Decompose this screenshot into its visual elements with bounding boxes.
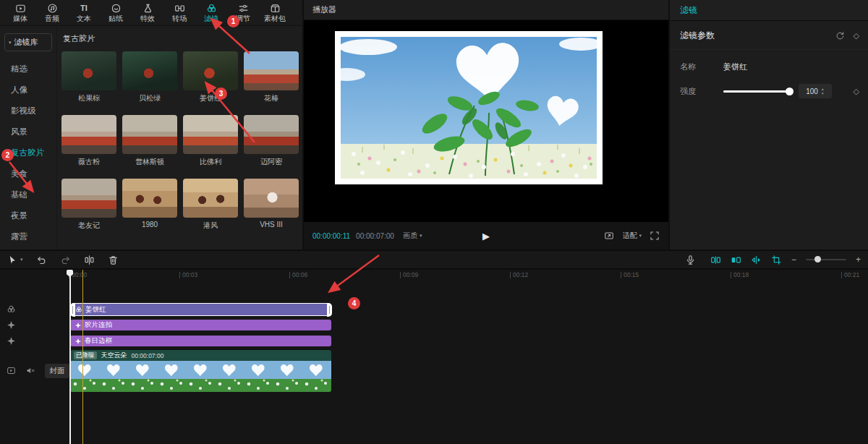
reverse-icon[interactable] <box>731 255 741 265</box>
sidebar-item-food[interactable]: 美食 <box>0 163 56 184</box>
filter-name: 老友记 <box>61 221 116 231</box>
adjust-icon <box>238 3 249 14</box>
filter-thumbnail <box>61 51 116 90</box>
filter-name-row: 名称 姜饼红 <box>670 61 868 72</box>
filter-thumbnail <box>244 179 299 218</box>
filter-card-gingerbread-red[interactable]: 姜饼红 <box>183 51 238 103</box>
filter-thumbnail <box>122 115 177 154</box>
keyframe-icon[interactable]: ◇ <box>854 31 859 40</box>
annotation-badge-1: 1 <box>227 15 239 27</box>
toolbar-effects[interactable]: 特效 <box>132 1 163 25</box>
effect-track-icon[interactable] <box>7 336 16 346</box>
filter-thumbnail <box>122 179 177 218</box>
clip-left-handle[interactable] <box>70 303 75 317</box>
sidebar-item-basic[interactable]: 基础 <box>0 184 56 205</box>
cover-button[interactable]: 封面 <box>45 364 69 378</box>
ratio-icon[interactable] <box>604 231 614 241</box>
fit-label: 适配 <box>622 231 637 241</box>
video-track-icon[interactable] <box>7 366 16 375</box>
annotation-badge-4: 4 <box>348 297 360 309</box>
filter-card[interactable]: VHS III <box>244 179 299 231</box>
filter-card[interactable]: 老友记 <box>61 179 116 231</box>
toolbar-media[interactable]: 媒体 <box>4 1 36 25</box>
filter-thumbnail <box>61 115 116 154</box>
timeline-zoom-slider[interactable] <box>806 259 846 260</box>
mute-icon[interactable] <box>26 366 35 375</box>
media-icon <box>15 3 26 14</box>
sidebar-item-camping[interactable]: 露营 <box>0 226 56 247</box>
effect-clip-film-burst[interactable]: 胶片连拍 <box>70 320 331 330</box>
reset-icon[interactable] <box>835 31 845 40</box>
redo-icon[interactable] <box>60 255 71 265</box>
crop-icon[interactable] <box>771 255 782 265</box>
timeline[interactable]: 00:00 00:03 00:06 00:09 00:12 00:15 00:1… <box>0 270 868 444</box>
effect-clip-spring-frame[interactable]: 春日边框 <box>70 336 331 346</box>
toolbar-audio[interactable]: 音频 <box>36 1 68 25</box>
filter-card[interactable]: 普林斯顿 <box>122 115 177 167</box>
filter-card[interactable]: 1980 <box>122 179 177 231</box>
sidebar-item-featured[interactable]: 精选 <box>0 59 56 80</box>
filter-name: 港风 <box>183 221 238 231</box>
filter-card[interactable]: 贝松绿 <box>122 51 177 103</box>
timeline-toolbar: ▾ − + <box>0 250 868 269</box>
ruler-mark: 00:21 <box>841 272 859 278</box>
filter-thumbnail <box>244 51 299 90</box>
sidebar-item-portrait[interactable]: 人像 <box>0 80 56 101</box>
asset-panel: 媒体 音频 TI 文本 贴纸 特效 转场 滤镜 调节 <box>0 0 302 249</box>
strength-value-box[interactable]: 100 ▲ ▼ <box>799 84 832 98</box>
microphone-icon[interactable] <box>685 255 696 265</box>
toolbar-sticker[interactable]: 贴纸 <box>100 1 132 25</box>
sky-hearts-image <box>341 37 597 179</box>
sidebar-item-indoor[interactable]: 室内 <box>0 247 56 249</box>
toolbar-filter[interactable]: 滤镜 <box>195 1 227 25</box>
clip-right-handle[interactable] <box>327 303 332 317</box>
sidebar-item-landscape[interactable]: 风景 <box>0 121 56 142</box>
delete-icon[interactable] <box>108 255 119 265</box>
text-icon: TI <box>80 3 88 14</box>
play-button[interactable]: ▶ <box>482 231 490 242</box>
keyframe-icon[interactable]: ◇ <box>854 87 859 96</box>
strength-slider[interactable] <box>723 90 790 93</box>
filter-card[interactable]: 港风 <box>183 179 238 231</box>
video-clip-thumbnails <box>70 361 331 392</box>
video-clip-sky-clouds[interactable]: 已降噪 天空云朵 00:00:07:00 <box>70 350 331 392</box>
zoom-out-icon[interactable]: − <box>791 255 796 265</box>
freeze-frame-icon[interactable] <box>710 255 721 265</box>
sidebar-item-cinematic[interactable]: 影视级 <box>0 101 56 121</box>
tab-filter[interactable]: 滤镜 <box>680 4 697 17</box>
sidebar-header-filter-library[interactable]: ▾ 滤镜库 <box>4 33 52 51</box>
quality-dropdown[interactable]: 画质 ▾ <box>403 231 422 241</box>
sidebar-item-night[interactable]: 夜景 <box>0 205 56 226</box>
video-clip-name: 天空云朵 <box>101 351 127 360</box>
zoom-knob[interactable] <box>814 256 821 262</box>
ruler-mark: 00:06 <box>289 272 307 278</box>
ruler-mark: 00:03 <box>179 272 197 278</box>
toolbar-transition[interactable]: 转场 <box>163 1 195 25</box>
mirror-icon[interactable] <box>751 255 762 265</box>
quality-label: 画质 <box>403 231 417 241</box>
fit-dropdown[interactable]: 适配 ▾ <box>622 231 642 241</box>
toolbar-text[interactable]: TI 文本 <box>68 1 100 25</box>
filter-card[interactable]: 松果棕 <box>61 51 116 103</box>
filter-card[interactable]: 薇古粉 <box>61 115 116 167</box>
filter-card[interactable]: 花椿 <box>244 51 299 103</box>
select-tool-button[interactable]: ▾ <box>7 255 23 265</box>
filter-clip-gingerbread-red[interactable]: 姜饼红 <box>70 303 331 316</box>
cursor-icon <box>7 255 18 265</box>
undo-icon[interactable] <box>36 255 47 265</box>
stepper-up-icon[interactable]: ▲ <box>821 87 825 91</box>
zoom-in-icon[interactable]: + <box>856 255 861 265</box>
slider-knob[interactable] <box>786 87 793 95</box>
filter-track-icon[interactable] <box>7 304 16 314</box>
inspector-header: 滤镜 <box>670 0 868 21</box>
value-stepper[interactable]: ▲ ▼ <box>821 87 825 95</box>
playhead[interactable] <box>69 270 71 444</box>
stepper-down-icon[interactable]: ▼ <box>821 92 825 95</box>
annotation-badge-3: 3 <box>215 87 227 100</box>
toolbar-material-pack[interactable]: 素材包 <box>259 1 291 25</box>
filter-card[interactable]: 比佛利 <box>183 115 238 167</box>
filter-card[interactable]: 迈阿密 <box>244 115 299 167</box>
effect-track-icon[interactable] <box>7 320 16 330</box>
fullscreen-icon[interactable] <box>650 231 660 241</box>
split-icon[interactable] <box>84 255 95 265</box>
